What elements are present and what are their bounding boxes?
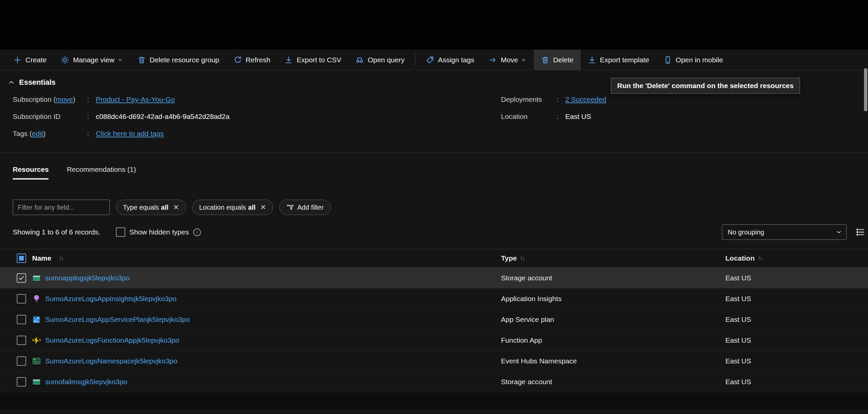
- toolbar-item-assign-tags[interactable]: Assign tags: [418, 50, 482, 70]
- table-header-row: Name↑↓Type↑↓Location↑↓: [0, 249, 868, 268]
- query-icon: [355, 56, 364, 64]
- row-checkbox[interactable]: [17, 377, 26, 387]
- row-checkbox[interactable]: [17, 315, 26, 324]
- row-checkbox[interactable]: [17, 336, 26, 345]
- essentials-grid: Subscription (move):Product - Pay-As-You…: [13, 94, 868, 145]
- row-checkbox[interactable]: [17, 356, 26, 366]
- storage-icon: [32, 274, 41, 283]
- toolbar-item-manage-view[interactable]: Manage view: [54, 50, 130, 70]
- sort-icon[interactable]: ↑↓: [520, 255, 524, 262]
- delete-tooltip: Run the 'Delete' command on the selected…: [611, 78, 800, 94]
- column-header-name: Name: [32, 254, 51, 262]
- select-all-checkbox[interactable]: [17, 254, 26, 263]
- close-icon[interactable]: ✕: [260, 203, 266, 211]
- resource-name-link[interactable]: sumoapplogsjk5lepvjko3po: [45, 274, 130, 282]
- app-service-icon: [32, 315, 41, 324]
- toolbar-item-open-query[interactable]: Open query: [348, 50, 411, 70]
- command-bar: CreateManage viewDelete resource groupRe…: [0, 50, 868, 70]
- insights-icon: [32, 294, 41, 303]
- resource-group-pane: CreateManage viewDelete resource groupRe…: [0, 50, 868, 414]
- resource-name-link[interactable]: sumofailmsgjk5lepvjko3po: [45, 378, 127, 386]
- sort-icon[interactable]: ↑↓: [758, 255, 762, 262]
- filter-pill-text: Type equals: [123, 204, 159, 211]
- row-checkbox[interactable]: [17, 294, 26, 303]
- toolbar-item-export-to-csv[interactable]: Export to CSV: [277, 50, 348, 70]
- table-footer-space: [0, 392, 868, 409]
- show-hidden-types-control: Show hidden types i: [116, 228, 201, 237]
- filter-pill-text: Location equals: [199, 204, 246, 211]
- resource-name-link[interactable]: SumoAzureLogsFunctionAppjk5lepvjko3po: [45, 336, 179, 344]
- column-header-location: Location: [725, 254, 755, 262]
- filter-pill-value: all: [161, 204, 168, 211]
- essentials-right-column: Deployments:2 SucceededLocation:East US: [501, 94, 607, 145]
- meta-row: Showing 1 to 6 of 6 records. Show hidden…: [13, 225, 865, 240]
- essentials-row: Tags (edit):Click here to add tags: [13, 128, 501, 139]
- gear-icon: [61, 56, 69, 64]
- toolbar-item-refresh[interactable]: Refresh: [226, 50, 278, 70]
- scrollbar-thumb[interactable]: [864, 68, 867, 111]
- filter-pill-type-equals[interactable]: Type equalsall✕: [116, 200, 186, 215]
- filter-plus-icon: [286, 203, 294, 211]
- chevron-down-icon: [117, 57, 123, 63]
- download-icon: [284, 56, 293, 64]
- show-hidden-types-label: Show hidden types: [130, 228, 189, 236]
- sort-icon[interactable]: ↑↓: [59, 255, 63, 262]
- tab-resources[interactable]: Resources: [13, 166, 49, 180]
- toolbar-item-export-template[interactable]: Export template: [581, 50, 656, 70]
- filter-input[interactable]: [13, 200, 110, 215]
- table-row[interactable]: sumoapplogsjk5lepvjko3poStorage accountE…: [0, 268, 868, 288]
- trash-icon: [137, 56, 146, 64]
- row-checkbox[interactable]: [17, 273, 26, 283]
- trash-icon: [541, 56, 550, 64]
- mobile-icon: [663, 56, 672, 64]
- info-icon[interactable]: i: [193, 229, 201, 236]
- essentials-value-link[interactable]: Click here to add tags: [96, 129, 164, 137]
- resource-name-link[interactable]: SumoAzureLogsAppServicePlanjk5lepvjko3po: [45, 316, 190, 324]
- essentials-row: Location:East US: [501, 111, 607, 122]
- show-hidden-types-checkbox[interactable]: [116, 228, 125, 237]
- add-filter-label: Add filter: [298, 204, 324, 211]
- toolbar-item-create[interactable]: Create: [6, 50, 54, 70]
- resource-table: Name↑↓Type↑↓Location↑↓sumoapplogsjk5lepv…: [0, 249, 868, 392]
- toolbar-item-move[interactable]: Move: [481, 50, 533, 70]
- table-row[interactable]: SumoAzureLogsAppInsightsjk5lepvjko3poApp…: [0, 288, 868, 309]
- table-row[interactable]: sumofailmsgjk5lepvjko3poStorage accountE…: [0, 372, 868, 392]
- toolbar-item-delete-resource-group[interactable]: Delete resource group: [130, 50, 226, 70]
- grouping-dropdown[interactable]: No grouping: [722, 225, 846, 240]
- filter-row: Type equalsall✕Location equalsall✕Add fi…: [13, 200, 868, 215]
- essentials-title: Essentials: [19, 78, 56, 87]
- table-row[interactable]: SumoAzureLogsFunctionAppjk5lepvjko3poFun…: [0, 330, 868, 351]
- toolbar-separator: [415, 54, 415, 66]
- filter-pill-location-equals[interactable]: Location equalsall✕: [192, 200, 273, 215]
- refresh-icon: [234, 56, 242, 64]
- essentials-row: Subscription ID:c088dc46-d692-42ad-a4b6-…: [13, 111, 501, 122]
- chevron-down-icon: [521, 57, 527, 63]
- table-row[interactable]: SumoAzureLogsNamespacejk5lepvjko3poEvent…: [0, 351, 868, 372]
- essentials-move-link[interactable]: move: [56, 95, 73, 103]
- event-hubs-icon: [32, 357, 41, 365]
- essentials-left-column: Subscription (move):Product - Pay-As-You…: [13, 94, 501, 145]
- table-row[interactable]: SumoAzureLogsAppServicePlanjk5lepvjko3po…: [0, 309, 868, 330]
- column-header-type: Type: [501, 254, 517, 262]
- chevron-down-icon: [836, 229, 842, 235]
- essentials-row: Deployments:2 Succeeded: [501, 94, 607, 105]
- grouping-value: No grouping: [728, 229, 764, 236]
- tag-icon: [426, 56, 434, 64]
- resource-name-link[interactable]: SumoAzureLogsNamespacejk5lepvjko3po: [45, 357, 178, 365]
- chevron-up-icon: [8, 79, 15, 86]
- add-filter-button[interactable]: Add filter: [279, 200, 331, 215]
- plus-icon: [13, 56, 22, 64]
- essentials-value-link[interactable]: 2 Succeeded: [565, 95, 607, 103]
- tab-recommendations-1[interactable]: Recommendations (1): [67, 166, 136, 180]
- list-view-icon[interactable]: [855, 227, 865, 237]
- download-icon: [588, 56, 596, 64]
- filter-pill-value: all: [248, 204, 255, 211]
- record-count-text: Showing 1 to 6 of 6 records.: [13, 228, 100, 236]
- resource-name-link[interactable]: SumoAzureLogsAppInsightsjk5lepvjko3po: [45, 295, 177, 303]
- toolbar-item-delete[interactable]: Delete: [534, 50, 581, 70]
- essentials-value-link[interactable]: Product - Pay-As-You-Go: [96, 95, 175, 103]
- essentials-row: Subscription (move):Product - Pay-As-You…: [13, 94, 501, 105]
- close-icon[interactable]: ✕: [173, 203, 179, 211]
- toolbar-item-open-in-mobile[interactable]: Open in mobile: [656, 50, 730, 70]
- essentials-edit-link[interactable]: edit: [32, 129, 43, 137]
